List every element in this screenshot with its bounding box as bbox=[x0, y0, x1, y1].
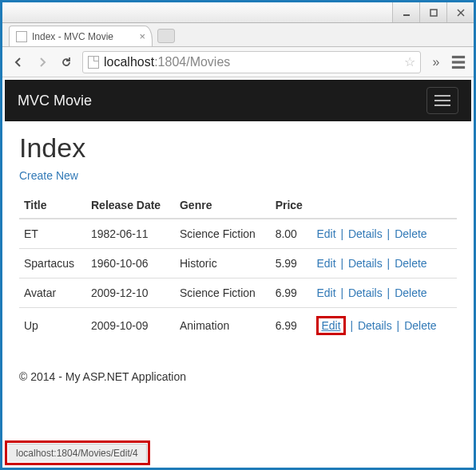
forward-button[interactable] bbox=[31, 51, 54, 73]
edit-link[interactable]: Edit bbox=[321, 319, 340, 332]
details-link[interactable]: Details bbox=[358, 319, 392, 332]
bookmark-star-icon[interactable]: ☆ bbox=[404, 54, 415, 69]
delete-link[interactable]: Delete bbox=[404, 319, 436, 332]
edit-link[interactable]: Edit bbox=[316, 227, 335, 240]
action-sep: | bbox=[338, 257, 347, 270]
cell-price: 5.99 bbox=[271, 249, 312, 278]
edit-link[interactable]: Edit bbox=[316, 257, 335, 270]
navbar-brand[interactable]: MVC Movie bbox=[18, 93, 92, 109]
action-sep: | bbox=[347, 319, 356, 332]
delete-link[interactable]: Delete bbox=[395, 227, 426, 240]
cell-title: ET bbox=[19, 219, 86, 249]
cell-price: 6.99 bbox=[271, 278, 312, 308]
table-row: Avatar2009-12-10Science Fiction6.99Edit … bbox=[19, 278, 457, 308]
cell-actions: Edit | Details | Delete bbox=[311, 249, 457, 278]
table-row: ET1982-06-11Science Fiction8.00Edit | De… bbox=[19, 219, 457, 249]
cell-release: 2009-12-10 bbox=[86, 278, 175, 308]
hamburger-bar-icon bbox=[434, 100, 450, 101]
col-release: Release Date bbox=[86, 192, 175, 219]
col-price: Price bbox=[271, 192, 312, 219]
details-link[interactable]: Details bbox=[348, 227, 383, 240]
cell-actions: Edit | Details | Delete bbox=[311, 308, 457, 344]
page-viewport: MVC Movie Index Create New Title Release… bbox=[5, 80, 471, 465]
overflow-button[interactable]: » bbox=[426, 51, 446, 73]
movies-table: Title Release Date Genre Price ET1982-06… bbox=[19, 192, 457, 343]
action-sep: | bbox=[338, 286, 347, 299]
page-heading: Index bbox=[19, 132, 457, 164]
tab-close-icon[interactable]: × bbox=[139, 30, 145, 42]
cell-price: 8.00 bbox=[271, 219, 312, 249]
site-navbar: MVC Movie bbox=[5, 80, 471, 121]
hamburger-bar-icon bbox=[434, 95, 450, 97]
page-content: Index Create New Title Release Date Genr… bbox=[5, 121, 471, 394]
col-genre: Genre bbox=[175, 192, 271, 219]
cell-title: Up bbox=[19, 308, 86, 344]
cell-release: 2009-10-09 bbox=[86, 308, 175, 344]
cell-actions: Edit | Details | Delete bbox=[311, 219, 457, 249]
chrome-menu-button[interactable] bbox=[448, 51, 469, 73]
cell-genre: Historic bbox=[175, 249, 271, 278]
table-row: Spartacus1960-10-06Historic5.99Edit | De… bbox=[19, 249, 457, 278]
browser-toolbar: localhost:1804/Movies ☆ » bbox=[2, 47, 474, 77]
navbar-toggle-button[interactable] bbox=[426, 87, 458, 114]
address-bar[interactable]: localhost:1804/Movies ☆ bbox=[82, 51, 421, 73]
cell-genre: Animation bbox=[175, 308, 271, 344]
minimize-button[interactable] bbox=[392, 2, 419, 22]
edit-link[interactable]: Edit bbox=[316, 286, 335, 299]
action-sep: | bbox=[384, 257, 393, 270]
browser-tabstrip: Index - MVC Movie × bbox=[2, 23, 474, 47]
back-button[interactable] bbox=[7, 51, 30, 73]
delete-link[interactable]: Delete bbox=[395, 257, 426, 270]
details-link[interactable]: Details bbox=[348, 257, 383, 270]
edit-highlight: Edit bbox=[316, 316, 345, 335]
details-link[interactable]: Details bbox=[348, 286, 383, 299]
cell-release: 1960-10-06 bbox=[86, 249, 175, 278]
browser-tab[interactable]: Index - MVC Movie × bbox=[9, 26, 153, 46]
cell-actions: Edit | Details | Delete bbox=[311, 278, 457, 308]
window-titlebar bbox=[2, 2, 474, 23]
cell-title: Avatar bbox=[19, 278, 86, 308]
action-sep: | bbox=[394, 319, 403, 332]
hamburger-bar-icon bbox=[434, 105, 450, 106]
url-host: localhost bbox=[104, 55, 154, 69]
tab-title: Index - MVC Movie bbox=[32, 31, 113, 42]
create-new-link[interactable]: Create New bbox=[19, 169, 78, 182]
close-button[interactable] bbox=[446, 2, 474, 22]
action-sep: | bbox=[338, 227, 347, 240]
cell-price: 6.99 bbox=[271, 308, 312, 344]
cell-genre: Science Fiction bbox=[175, 219, 271, 249]
delete-link[interactable]: Delete bbox=[395, 286, 426, 299]
col-title: Title bbox=[19, 192, 86, 219]
reload-button[interactable] bbox=[55, 51, 77, 73]
action-sep: | bbox=[384, 286, 393, 299]
new-tab-button[interactable] bbox=[157, 29, 175, 43]
status-highlight: localhost:1804/Movies/Edit/4 bbox=[5, 440, 150, 465]
maximize-button[interactable] bbox=[419, 2, 446, 22]
svg-rect-1 bbox=[430, 10, 437, 16]
status-bar: localhost:1804/Movies/Edit/4 bbox=[8, 444, 147, 462]
url-path: :1804/Movies bbox=[154, 55, 230, 69]
page-favicon-icon bbox=[16, 31, 27, 42]
page-footer: © 2014 - My ASP.NET Application bbox=[19, 370, 457, 383]
cell-genre: Science Fiction bbox=[175, 278, 271, 308]
cell-title: Spartacus bbox=[19, 249, 86, 278]
cell-release: 1982-06-11 bbox=[86, 219, 175, 249]
page-icon bbox=[88, 56, 99, 69]
table-row: Up2009-10-09Animation6.99Edit | Details … bbox=[19, 308, 457, 344]
action-sep: | bbox=[384, 227, 393, 240]
